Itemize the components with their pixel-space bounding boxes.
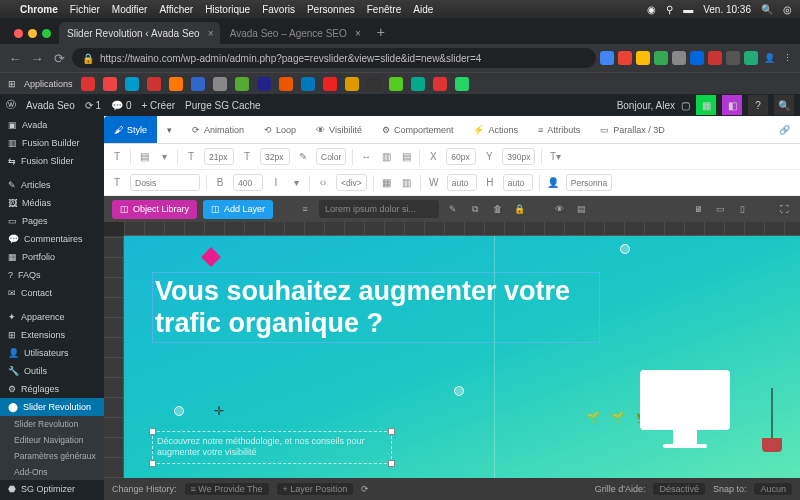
sidebar-item-avada[interactable]: ▣Avada xyxy=(0,116,104,134)
sidebar-item-portfolio[interactable]: ▦Portfolio xyxy=(0,248,104,266)
duplicate-icon[interactable]: ⧉ xyxy=(467,204,483,215)
align-dropdown-icon[interactable]: ▾ xyxy=(157,151,171,162)
format-dd-icon[interactable]: ▾ xyxy=(289,177,303,188)
misc-icon[interactable]: T▾ xyxy=(548,151,562,162)
bookmark-icon[interactable] xyxy=(323,77,337,91)
subtext-layer[interactable]: Découvrez notre méthodologie, et nos con… xyxy=(152,431,392,464)
back-icon[interactable]: ← xyxy=(6,51,24,66)
bookmark-icon[interactable] xyxy=(411,77,425,91)
tab-visibilite[interactable]: 👁Visibilité xyxy=(306,116,372,143)
new-content[interactable]: + Créer xyxy=(141,100,175,111)
tab-dropdown[interactable]: ▾ xyxy=(157,116,182,143)
ext-icon[interactable] xyxy=(726,51,740,65)
italic-icon[interactable]: I xyxy=(269,177,283,188)
submenu-slider-revolution[interactable]: Slider Revolution xyxy=(0,416,104,432)
redo-icon[interactable]: ⟳ xyxy=(361,484,369,494)
handle-icon[interactable] xyxy=(174,406,184,416)
font-weight-input[interactable]: 400 xyxy=(233,174,263,191)
resize-handle[interactable] xyxy=(388,460,395,467)
sidebar-item-utilisateurs[interactable]: 👤Utilisateurs xyxy=(0,344,104,362)
rs-search-icon[interactable]: 🔍 xyxy=(774,95,794,115)
bookmark-icon[interactable] xyxy=(147,77,161,91)
battery-icon[interactable]: ▬ xyxy=(683,4,693,15)
font-family-input[interactable]: Dosis xyxy=(130,174,200,191)
bold-icon[interactable]: B xyxy=(213,177,227,188)
bookmark-icon[interactable] xyxy=(389,77,403,91)
purge-cache[interactable]: Purge SG Cache xyxy=(185,100,261,111)
line-height-input[interactable]: 32px xyxy=(260,148,290,165)
history-step-1[interactable]: ≡ We Provide The xyxy=(185,483,269,495)
bookmark-icon[interactable] xyxy=(345,77,359,91)
layout-icon2[interactable]: ▥ xyxy=(400,177,414,188)
text-icon[interactable]: T xyxy=(110,151,124,162)
sidebar-item-reglages[interactable]: ⚙Réglages xyxy=(0,380,104,398)
delete-icon[interactable]: 🗑 xyxy=(489,204,505,214)
ext-icon[interactable] xyxy=(636,51,650,65)
reload-icon[interactable]: ⟳ xyxy=(50,51,68,66)
address-bar[interactable]: 🔒 https://twaino.com/wp-admin/admin.php?… xyxy=(72,48,596,68)
halign-icon[interactable]: ▥ xyxy=(379,151,393,162)
rs-help-icon[interactable]: ? xyxy=(748,95,768,115)
menu-aide[interactable]: Aide xyxy=(413,4,433,15)
plant-graphic[interactable] xyxy=(752,372,792,452)
bookmark-icon[interactable] xyxy=(125,77,139,91)
minimize-window-icon[interactable] xyxy=(28,29,37,38)
edit-icon[interactable]: ✎ xyxy=(445,204,461,214)
snap-select[interactable]: Aucun xyxy=(754,483,792,495)
history-step-2[interactable]: + Layer Position xyxy=(277,483,354,495)
headline-layer[interactable]: Vous souhaitez augmenter votre trafic or… xyxy=(152,272,600,343)
sidebar-item-pages[interactable]: ▭Pages xyxy=(0,212,104,230)
new-tab-button[interactable]: + xyxy=(369,24,393,44)
tab-style[interactable]: 🖌Style xyxy=(104,116,157,143)
bookmark-icon[interactable] xyxy=(169,77,183,91)
rs-preview-icon[interactable]: ◧ xyxy=(722,95,742,115)
crosshair-icon[interactable]: ✛ xyxy=(214,404,224,418)
code-icon[interactable]: ‹› xyxy=(316,177,330,188)
menu-modifier[interactable]: Modifier xyxy=(112,4,148,15)
grid-select[interactable]: Désactivé xyxy=(653,483,705,495)
tab-animation[interactable]: ⟳Animation xyxy=(182,116,254,143)
align-left-icon[interactable]: ▤ xyxy=(137,151,151,162)
tab-loop[interactable]: ⟲Loop xyxy=(254,116,306,143)
color-input[interactable]: Color xyxy=(316,148,346,165)
sidebar-item-outils[interactable]: 🔧Outils xyxy=(0,362,104,380)
bookmark-icon[interactable] xyxy=(235,77,249,91)
updates-icon[interactable]: ⟳ 1 xyxy=(85,100,101,111)
list-icon[interactable]: ≡ xyxy=(297,204,313,214)
tablet-icon[interactable]: ▭ xyxy=(712,204,728,214)
eye-icon[interactable]: 👁 xyxy=(551,204,567,214)
sidebar-item-articles[interactable]: ✎Articles xyxy=(0,176,104,194)
submenu-editeur-navigation[interactable]: Editeur Navigation xyxy=(0,432,104,448)
sidebar-item-commentaires[interactable]: 💬Commentaires xyxy=(0,230,104,248)
width-input[interactable]: auto xyxy=(447,174,477,191)
ext-icon[interactable] xyxy=(690,51,704,65)
ext-icon[interactable] xyxy=(672,51,686,65)
bookmark-icon[interactable] xyxy=(81,77,95,91)
diamond-shape[interactable] xyxy=(201,247,221,267)
tab-avada-seo[interactable]: Avada Seo – Agence SEO xyxy=(222,22,367,44)
layout-icon[interactable]: ▦ xyxy=(380,177,394,188)
sidebar-item-medias[interactable]: 🖼Médias xyxy=(0,194,104,212)
sidebar-item-slider-revolution[interactable]: ⬤ Slider Revolution xyxy=(0,398,104,416)
menu-personnes[interactable]: Personnes xyxy=(307,4,355,15)
sidebar-item-fusion-builder[interactable]: ▥Fusion Builder xyxy=(0,134,104,152)
tab-comportement[interactable]: ⚙Comportement xyxy=(372,116,464,143)
bookmarks-apps-label[interactable]: Applications xyxy=(24,79,73,89)
lock-icon[interactable]: 🔒 xyxy=(511,204,527,214)
valign-icon[interactable]: ▤ xyxy=(399,151,413,162)
ext-icon[interactable] xyxy=(708,51,722,65)
object-library-button[interactable]: ◫ Object Library xyxy=(112,200,197,219)
rs-save-icon[interactable]: ▦ xyxy=(696,95,716,115)
color-picker-icon[interactable]: ✎ xyxy=(296,151,310,162)
site-name[interactable]: Avada Seo xyxy=(26,100,75,111)
monitor-graphic[interactable] xyxy=(630,370,740,448)
fullscreen-icon[interactable]: ⛶ xyxy=(776,204,792,214)
persona-select[interactable]: Personna xyxy=(566,174,612,191)
sidebar-item-faqs[interactable]: ?FAQs xyxy=(0,266,104,284)
persona-icon[interactable]: 👤 xyxy=(546,177,560,188)
app-name[interactable]: Chrome xyxy=(20,4,58,15)
avatar-icon[interactable]: 👤 xyxy=(762,51,776,65)
tab-parallax[interactable]: ▭Parallax / 3D xyxy=(590,116,675,143)
layer-name-input[interactable]: Lorem ipsum dolor si... xyxy=(319,200,439,218)
spotlight-icon[interactable]: 🔍 xyxy=(761,4,773,15)
